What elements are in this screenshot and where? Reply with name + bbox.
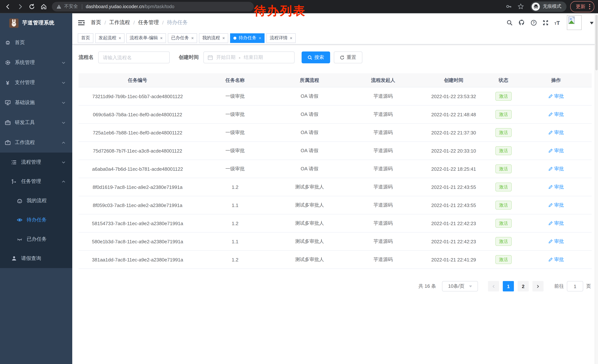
robot-icon — [16, 198, 23, 204]
url-bar[interactable]: 不安全 dashboard.yudao.iocoder.cn/bpm/task/… — [52, 2, 254, 11]
breadcrumb-separator: / — [105, 20, 106, 25]
avatar-dropdown-caret-icon[interactable] — [590, 22, 594, 26]
page-size-select[interactable]: 10条/页 — [442, 281, 478, 291]
sidebar-item-leave-query[interactable]: 请假查询 — [0, 249, 72, 268]
approve-link[interactable]: 审批 — [548, 147, 564, 154]
approve-link-label: 审批 — [554, 93, 564, 100]
approve-link[interactable]: 审批 — [548, 93, 564, 100]
tab-home[interactable]: 首页 — [78, 33, 93, 43]
tab-form-edit[interactable]: 流程表单-编辑× — [126, 33, 166, 43]
approve-link[interactable]: 审批 — [548, 129, 564, 136]
hamburger-icon[interactable] — [78, 19, 85, 26]
sidebar-item-process-mgmt[interactable]: 流程管理 — [0, 153, 72, 172]
incognito-icon — [532, 2, 540, 11]
bookmark-star-icon[interactable] — [518, 3, 524, 10]
browser-actions: 无痕模式 更新 — [503, 1, 596, 12]
sidebar-item-my-process[interactable]: 我的流程 — [0, 191, 72, 210]
approve-link[interactable]: 审批 — [548, 184, 564, 190]
cell-status: 激活 — [486, 160, 520, 178]
close-tab-icon[interactable]: × — [119, 36, 121, 40]
goto-page-input[interactable] — [567, 281, 583, 291]
cell-task-id: 381aa1dd-7ac8-11ec-a9e2-a2380e71991a — [79, 251, 197, 269]
cell-starter: 芋道源码 — [345, 142, 421, 160]
font-size-icon[interactable]: TT — [555, 20, 560, 25]
prev-page-button[interactable] — [488, 281, 499, 291]
range-separator: - — [239, 55, 241, 60]
monitor-icon — [4, 99, 11, 106]
close-tab-icon[interactable]: × — [259, 36, 261, 40]
help-icon[interactable]: ? — [531, 19, 537, 26]
col-create-time: 创建时间 — [421, 73, 487, 87]
cell-task-name: 1.1 — [197, 196, 274, 214]
tab-todo-tasks[interactable]: 待办任务× — [230, 33, 265, 43]
col-actions: 操作 — [520, 73, 592, 87]
cell-actions: 审批 — [520, 142, 592, 160]
close-tab-icon[interactable]: × — [160, 36, 163, 40]
back-icon[interactable] — [5, 3, 11, 10]
sidebar-item-devtools[interactable]: 研发工具 — [0, 113, 72, 133]
approve-link[interactable]: 审批 — [548, 202, 564, 209]
cell-process: 测试多审批人 — [274, 196, 346, 214]
close-tab-icon[interactable]: × — [222, 36, 225, 40]
tab-process-detail[interactable]: 流程详情× — [266, 33, 296, 43]
search-icon[interactable] — [507, 19, 513, 26]
update-button[interactable]: 更新 — [570, 1, 594, 12]
tab-label: 流程详情 — [270, 35, 288, 41]
browser-menu-icon[interactable] — [589, 4, 590, 9]
approve-link[interactable]: 审批 — [548, 238, 564, 245]
sidebar-item-todo-tasks[interactable]: 待办任务 — [0, 210, 72, 230]
sidebar-logo[interactable]: 芋道管理系统 — [0, 13, 72, 32]
home-icon[interactable] — [40, 3, 47, 10]
sidebar-item-workflow[interactable]: 工作流程 — [0, 133, 72, 153]
cell-task-id: 58154733-7ac8-11ec-a9e2-a2380e71991a — [79, 214, 197, 232]
page-button-1[interactable]: 1 — [503, 281, 514, 291]
breadcrumb: 首页 / 工作流程 / 任务管理 / 待办任务 — [91, 19, 188, 26]
cell-actions: 审批 — [520, 178, 592, 196]
edit-pencil-icon — [548, 94, 553, 98]
key-icon[interactable] — [506, 3, 512, 10]
security-warning-icon[interactable] — [56, 4, 61, 9]
approve-link[interactable]: 审批 — [548, 256, 564, 263]
tab-my-process[interactable]: 我的流程× — [199, 33, 228, 43]
cell-status: 激活 — [486, 105, 520, 123]
forward-icon[interactable] — [17, 3, 23, 10]
cell-time: 2022-01-22 20:33:10 — [421, 142, 487, 160]
next-page-button[interactable] — [532, 281, 544, 291]
fullscreen-icon[interactable] — [543, 19, 549, 26]
avatar[interactable] — [567, 15, 582, 30]
reload-icon[interactable] — [29, 3, 35, 10]
process-name-input[interactable] — [98, 51, 169, 63]
breadcrumb-task-mgmt[interactable]: 任务管理 — [138, 19, 159, 26]
approve-link-label: 审批 — [554, 238, 564, 245]
page-scrollbar[interactable] — [595, 13, 598, 364]
reset-button[interactable]: 重置 — [334, 51, 362, 63]
scrollbar-thumb[interactable] — [595, 15, 598, 70]
tab-start-process[interactable]: 发起流程× — [95, 33, 125, 43]
goto-page: 前往 页 — [554, 281, 591, 291]
sidebar-item-label: 任务管理 — [21, 178, 41, 185]
search-button[interactable]: 搜索 — [301, 51, 330, 63]
github-icon[interactable] — [519, 19, 525, 26]
tab-done-tasks[interactable]: 已办任务× — [168, 33, 197, 43]
eye-open-icon — [16, 217, 23, 223]
tab-label: 流程表单-编辑 — [130, 35, 158, 41]
sidebar-item-home[interactable]: 首页 — [0, 32, 72, 53]
approve-link[interactable]: 审批 — [548, 166, 564, 172]
close-tab-icon[interactable]: × — [191, 36, 194, 40]
sidebar-item-payment[interactable]: ¥ 支付管理 — [0, 73, 72, 93]
breadcrumb-home[interactable]: 首页 — [91, 19, 101, 26]
page-button-2[interactable]: 2 — [518, 281, 529, 291]
breadcrumb-workflow[interactable]: 工作流程 — [109, 19, 130, 26]
date-range-picker[interactable]: 开始日期 - 结束日期 — [203, 51, 294, 63]
approve-link[interactable]: 审批 — [548, 111, 564, 118]
tab-label: 发起流程 — [99, 35, 116, 41]
sidebar-item-infra[interactable]: 基础设施 — [0, 93, 72, 113]
sidebar-item-task-mgmt[interactable]: 任务管理 — [0, 172, 72, 191]
sidebar-item-system[interactable]: 系统管理 — [0, 53, 72, 73]
sidebar-item-done-tasks[interactable]: 已办任务 — [0, 230, 72, 249]
close-tab-icon[interactable]: × — [290, 36, 292, 40]
workflow-submenu: 流程管理 任务管理 我的流程 — [0, 153, 72, 268]
cell-process: 测试多审批人 — [274, 251, 346, 269]
approve-link[interactable]: 审批 — [548, 220, 564, 226]
start-date-placeholder: 开始日期 — [216, 54, 235, 61]
